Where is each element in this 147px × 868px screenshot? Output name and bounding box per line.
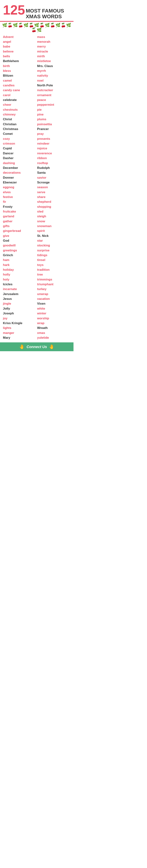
- list-item: pie: [37, 107, 71, 112]
- list-item: sleigh: [37, 214, 71, 219]
- list-item: Dancer: [3, 151, 37, 156]
- list-item: Wreath: [37, 326, 71, 331]
- list-item: hark: [3, 262, 37, 268]
- list-item: nativity: [37, 73, 71, 78]
- list-item: give: [3, 234, 37, 238]
- list-item: candles: [3, 83, 37, 88]
- list-item: mistletoe: [37, 59, 71, 64]
- list-item: carol: [3, 93, 37, 98]
- list-item: angel: [3, 39, 37, 44]
- list-item: tidings: [37, 253, 71, 258]
- list-item: jingle: [3, 301, 37, 306]
- list-item: mass: [37, 35, 71, 39]
- list-item: Bethlehem: [3, 59, 37, 64]
- list-item: Jerusalem: [3, 292, 37, 297]
- footer-icon-left: 🤚: [19, 344, 25, 349]
- list-item: rejoice: [37, 146, 71, 151]
- list-item: snowman: [37, 224, 71, 228]
- list-item: xmas: [37, 331, 71, 335]
- list-item: Blitzen: [3, 73, 37, 78]
- list-item: God: [3, 238, 37, 243]
- list-item: winter: [37, 311, 71, 316]
- list-item: ribbon: [37, 156, 71, 161]
- list-item: greetings: [3, 248, 37, 253]
- list-item: stocking: [37, 243, 71, 248]
- list-item: myrrh: [37, 68, 71, 73]
- list-item: birth: [3, 64, 37, 68]
- list-item: candy cane: [3, 88, 37, 93]
- list-item: turkey: [37, 287, 71, 291]
- list-item: Mrs. Claus: [37, 64, 71, 68]
- list-item: Christ: [3, 117, 37, 122]
- list-item: pine: [37, 112, 71, 117]
- list-item: bless: [3, 68, 37, 73]
- list-item: mirth: [37, 54, 71, 59]
- list-item: festive: [3, 195, 37, 199]
- list-item: reverence: [37, 151, 71, 156]
- list-item: fruitcake: [3, 209, 37, 214]
- list-item: season: [37, 185, 71, 190]
- footer-text: Connect Us: [27, 345, 47, 349]
- list-item: gather: [3, 219, 37, 224]
- list-item: reindeer: [37, 141, 71, 146]
- header: 125MOST FAMOUSXMAS WORDS: [0, 0, 73, 21]
- words-container: AdventangelbabebelievebellsBethlehembirt…: [0, 33, 73, 343]
- list-item: Advent: [3, 35, 37, 39]
- holly-decoration: 🌿🍒🌿🍒🌿🍒🌿🍒🌿🍒🌿🍒🌿🍒🌿: [0, 22, 73, 33]
- list-item: rooftop: [37, 161, 71, 165]
- list-item: cozy: [3, 136, 37, 141]
- list-item: star: [37, 238, 71, 243]
- list-item: peace: [37, 98, 71, 102]
- list-item: holiday: [3, 268, 37, 272]
- list-item: serve: [37, 190, 71, 195]
- list-item: dashing: [3, 161, 37, 165]
- list-item: incarnate: [3, 287, 37, 291]
- list-item: Jolly: [3, 306, 37, 311]
- list-item: ornament: [37, 93, 71, 98]
- list-item: spirit: [37, 228, 71, 234]
- list-item: worship: [37, 316, 71, 321]
- list-item: holy: [3, 277, 37, 282]
- list-item: Ebenezer: [3, 180, 37, 185]
- list-item: toys: [37, 262, 71, 268]
- list-item: unwrap: [37, 292, 71, 297]
- list-item: Icicles: [3, 282, 37, 287]
- list-item: Jesus: [3, 297, 37, 301]
- list-item: Scrooge: [37, 180, 71, 185]
- list-item: vacation: [37, 297, 71, 301]
- list-item: snow: [37, 219, 71, 224]
- list-item: camel: [3, 78, 37, 83]
- list-item: goodwill: [3, 243, 37, 248]
- list-item: St. Nick: [37, 234, 71, 238]
- list-item: Joseph: [3, 311, 37, 316]
- list-item: trimmings: [37, 277, 71, 282]
- list-item: Kriss Kringle: [3, 321, 37, 326]
- list-item: Cupid: [3, 146, 37, 151]
- list-item: garland: [3, 214, 37, 219]
- list-item: noel: [37, 78, 71, 83]
- list-item: miracle: [37, 49, 71, 54]
- list-item: fir: [3, 199, 37, 204]
- list-item: gingerbread: [3, 228, 37, 234]
- list-item: elves: [3, 190, 37, 195]
- list-item: chestnuts: [3, 107, 37, 112]
- list-item: shopping: [37, 205, 71, 209]
- footer-icon-right: 🤚: [49, 344, 54, 349]
- list-item: holly: [3, 272, 37, 277]
- left-column: AdventangelbabebelievebellsBethlehembirt…: [3, 35, 37, 340]
- list-item: decorations: [3, 170, 37, 175]
- list-item: Mary: [3, 335, 37, 340]
- list-item: wrap: [37, 321, 71, 326]
- list-item: merry: [37, 44, 71, 49]
- list-item: Dasher: [3, 156, 37, 161]
- footer: 🤚 Connect Us 🤚: [0, 342, 73, 351]
- list-item: ham: [3, 258, 37, 262]
- list-item: eggnog: [3, 185, 37, 190]
- list-item: Prancer: [37, 127, 71, 131]
- list-item: North Pole: [37, 83, 71, 88]
- header-number: 125: [3, 3, 25, 17]
- list-item: presents: [37, 136, 71, 141]
- list-item: December: [3, 165, 37, 170]
- list-item: Comet: [3, 131, 37, 136]
- list-item: celebrate: [3, 98, 37, 102]
